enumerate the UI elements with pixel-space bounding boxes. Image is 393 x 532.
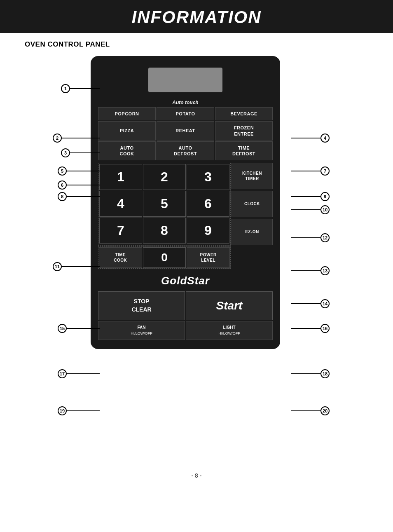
callout-7: 7: [291, 166, 330, 176]
callout-circle-16: 16: [320, 324, 330, 333]
callout-line-3: [70, 152, 100, 153]
start-button[interactable]: Start: [186, 291, 273, 320]
callout-line-12: [291, 237, 320, 238]
callout-line-1: [70, 88, 100, 89]
callout-circle-15: 15: [58, 324, 67, 333]
potato-button[interactable]: POTATO: [157, 107, 214, 120]
side-bottom-spacer: [232, 246, 273, 269]
num-7-button[interactable]: 7: [99, 218, 142, 244]
callout-circle-2: 2: [53, 134, 62, 143]
num-0-button[interactable]: 0: [143, 247, 186, 268]
callout-line-9: [291, 196, 320, 197]
callout-16: 16: [291, 324, 330, 333]
num-8-button[interactable]: 8: [143, 218, 186, 244]
num-4-button[interactable]: 4: [99, 191, 142, 217]
side-buttons: KITCHENTIMER CLOCK EZ-ON: [232, 163, 273, 246]
callout-line-4: [291, 138, 320, 138]
time-defrost-button[interactable]: TIMEDEFROST: [215, 141, 273, 161]
num-2-button[interactable]: 2: [143, 164, 186, 190]
page-header: INFORMATION: [0, 0, 393, 33]
callout-13: 13: [291, 266, 330, 275]
callout-4: 4: [291, 134, 330, 143]
callout-18: 18: [291, 369, 330, 378]
callout-circle-19: 19: [58, 406, 67, 415]
callout-10: 10: [291, 205, 330, 214]
num-1-button[interactable]: 1: [99, 164, 142, 190]
page-number: - 8 -: [0, 472, 393, 479]
diagram-area: Auto touch POPCORN POTATO BEVERAGE PIZZA…: [0, 56, 371, 460]
bottom-row: TIMECOOK 0 POWERLEVEL: [98, 246, 273, 269]
row3-buttons: AUTOCOOK AUTODEFROST TIMEDEFROST: [98, 141, 273, 161]
num-3-button[interactable]: 3: [187, 164, 229, 190]
callout-line-20: [291, 410, 320, 411]
callout-circle-6: 6: [58, 180, 67, 190]
reheat-button[interactable]: REHEAT: [157, 121, 214, 141]
numpad-grid: 1 2 3 4 5 6 7 8 9: [98, 163, 231, 246]
callout-circle-5: 5: [58, 166, 67, 176]
callout-circle-3: 3: [61, 148, 70, 157]
row1-buttons: POPCORN POTATO BEVERAGE: [98, 107, 273, 120]
callout-line-11: [62, 266, 100, 267]
callout-circle-10: 10: [320, 205, 330, 214]
brand-logo: GoldStar: [161, 274, 210, 287]
auto-touch-label: Auto touch: [172, 100, 198, 105]
callout-line-17: [67, 373, 100, 374]
callout-2: 2: [53, 134, 100, 143]
callout-circle-18: 18: [320, 369, 330, 378]
pizza-button[interactable]: PIZZA: [98, 121, 156, 141]
callout-line-7: [291, 171, 320, 171]
light-button[interactable]: LIGHTHI/LOW/OFF: [186, 321, 273, 340]
callout-line-15: [67, 328, 100, 329]
callout-circle-13: 13: [320, 266, 330, 275]
callout-11: 11: [53, 262, 100, 271]
auto-touch-row: Auto touch: [98, 100, 273, 105]
fan-light-row: FANHI/LOW/OFF LIGHTHI/LOW/OFF: [98, 321, 273, 340]
page-title: INFORMATION: [0, 7, 393, 27]
bottom-numpad-row: TIMECOOK 0 POWERLEVEL: [98, 246, 231, 269]
callout-20: 20: [291, 406, 330, 415]
clock-button[interactable]: CLOCK: [232, 191, 273, 217]
callout-line-16: [291, 328, 320, 329]
frozen-entree-button[interactable]: FROZENENTREE: [215, 121, 273, 141]
callout-9: 9: [291, 192, 330, 201]
num-5-button[interactable]: 5: [143, 191, 186, 217]
callout-circle-20: 20: [320, 406, 330, 415]
ez-on-button[interactable]: EZ-ON: [232, 219, 273, 245]
callout-14: 14: [291, 299, 330, 308]
num-9-button[interactable]: 9: [187, 218, 229, 244]
popcorn-button[interactable]: POPCORN: [98, 107, 156, 120]
callout-circle-1: 1: [61, 84, 70, 93]
logo-area: GoldStar: [98, 269, 273, 291]
callout-5: 5: [58, 166, 100, 176]
callout-circle-12: 12: [320, 233, 330, 242]
section-title: OVEN CONTROL PANEL: [25, 40, 393, 49]
callout-3: 3: [61, 148, 100, 157]
auto-cook-button[interactable]: AUTOCOOK: [98, 141, 156, 161]
callout-line-18: [291, 373, 320, 374]
callout-6: 6: [58, 180, 100, 190]
oven-panel: Auto touch POPCORN POTATO BEVERAGE PIZZA…: [91, 56, 280, 349]
callout-17: 17: [58, 369, 100, 378]
callout-line-14: [291, 303, 320, 304]
callout-line-10: [291, 209, 320, 210]
action-row: STOPCLEAR Start: [98, 291, 273, 320]
callout-circle-11: 11: [53, 262, 62, 271]
callout-line-2: [62, 138, 100, 138]
display-area: [98, 68, 273, 92]
stop-clear-button[interactable]: STOPCLEAR: [98, 291, 185, 320]
callout-circle-9: 9: [320, 192, 330, 201]
auto-defrost-button[interactable]: AUTODEFROST: [157, 141, 214, 161]
time-cook-button[interactable]: TIMECOOK: [99, 247, 142, 268]
power-level-button[interactable]: POWERLEVEL: [187, 247, 230, 268]
kitchen-timer-button[interactable]: KITCHENTIMER: [232, 163, 273, 189]
callout-circle-7: 7: [320, 166, 330, 176]
callout-19: 19: [58, 406, 100, 415]
callout-circle-14: 14: [320, 299, 330, 308]
num-6-button[interactable]: 6: [187, 191, 229, 217]
beverage-button[interactable]: BEVERAGE: [215, 107, 273, 120]
callout-15: 15: [58, 324, 100, 333]
fan-button[interactable]: FANHI/LOW/OFF: [98, 321, 185, 340]
callout-1: 1: [61, 84, 100, 93]
callout-line-19: [67, 410, 100, 411]
callout-circle-8: 8: [58, 192, 67, 201]
